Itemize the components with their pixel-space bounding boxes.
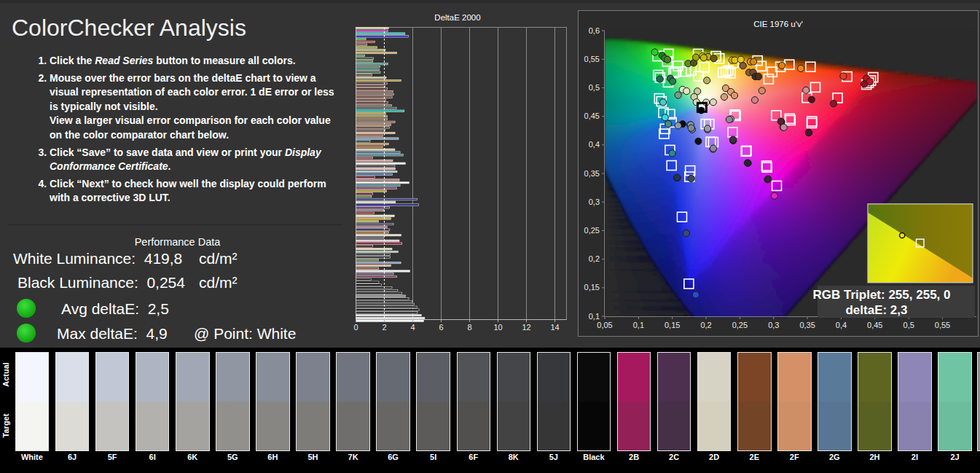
svg-text:0,4: 0,4 xyxy=(589,140,600,149)
svg-text:0,6: 0,6 xyxy=(589,26,600,35)
svg-text:0,1: 0,1 xyxy=(633,321,644,329)
svg-text:0,45: 0,45 xyxy=(584,112,600,120)
svg-text:0,35: 0,35 xyxy=(584,169,600,178)
svg-text:0,1: 0,1 xyxy=(589,312,600,321)
svg-text:4: 4 xyxy=(410,323,415,332)
svg-text:8: 8 xyxy=(467,323,471,332)
svg-text:0,35: 0,35 xyxy=(799,321,815,329)
svg-text:RGB Triplet: 255, 255, 0: RGB Triplet: 255, 255, 0 xyxy=(813,288,951,302)
svg-text:0,3: 0,3 xyxy=(768,321,779,329)
svg-text:0,55: 0,55 xyxy=(584,55,600,63)
svg-text:0,2: 0,2 xyxy=(700,321,711,329)
svg-text:10: 10 xyxy=(493,323,502,332)
svg-text:0,3: 0,3 xyxy=(589,198,600,206)
svg-text:0,15: 0,15 xyxy=(584,283,600,292)
svg-text:0,55: 0,55 xyxy=(935,321,950,329)
svg-text:0,5: 0,5 xyxy=(589,83,600,92)
svg-text:CIE 1976 u'v': CIE 1976 u'v' xyxy=(753,20,803,28)
svg-text:0,45: 0,45 xyxy=(867,321,882,329)
svg-text:0,5: 0,5 xyxy=(903,321,914,329)
svg-text:deltaE: 2,3: deltaE: 2,3 xyxy=(845,303,907,317)
svg-text:0,25: 0,25 xyxy=(584,226,600,235)
svg-text:2: 2 xyxy=(382,323,386,332)
svg-text:0,15: 0,15 xyxy=(665,321,680,329)
svg-text:0,05: 0,05 xyxy=(597,321,612,329)
svg-text:0,2: 0,2 xyxy=(589,254,600,263)
svg-text:0,25: 0,25 xyxy=(732,321,748,329)
svg-text:14: 14 xyxy=(550,323,559,332)
svg-text:6: 6 xyxy=(439,323,443,332)
svg-text:0: 0 xyxy=(353,323,358,332)
svg-text:0,4: 0,4 xyxy=(836,321,847,329)
svg-text:12: 12 xyxy=(522,323,530,332)
